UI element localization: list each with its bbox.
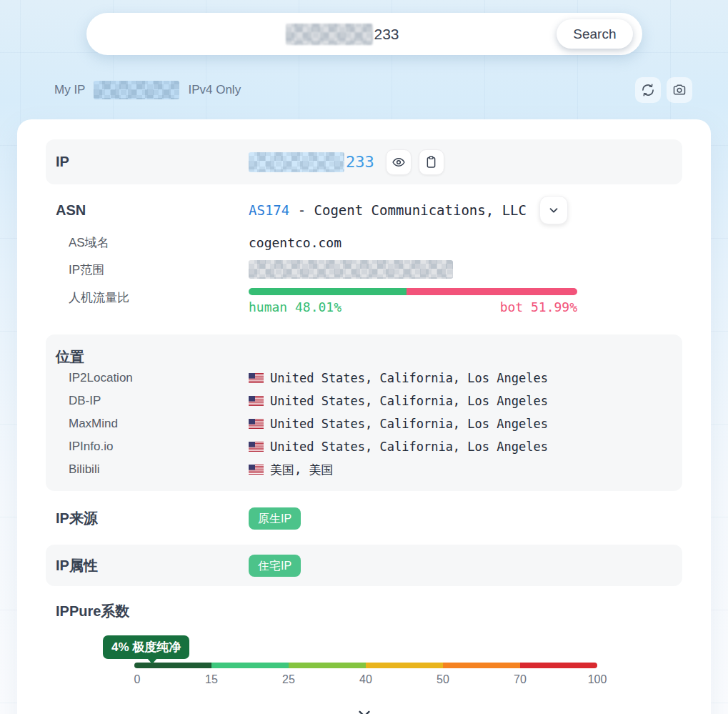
ippure-score-badge: 4% 极度纯净 [103, 635, 189, 659]
traffic-bar [249, 288, 577, 295]
us-flag-icon [249, 419, 264, 429]
refresh-icon [641, 83, 655, 97]
scale-segment [134, 663, 211, 668]
myip-label: My IP [54, 83, 85, 97]
score-pointer [147, 658, 157, 664]
search-input[interactable]: 233 Search [86, 13, 642, 55]
asn-expand-button[interactable] [539, 196, 568, 224]
us-flag-icon [249, 373, 264, 383]
ip-attribute-row: IP属性 住宅IP [46, 545, 682, 586]
us-flag-icon [249, 396, 264, 406]
traffic-ratio-row: 人机流量比 human 48.01% bot 51.99% [56, 288, 672, 314]
scale-ticks: 0 15 25 40 50 70 100 [134, 673, 597, 690]
chevron-down-icon [355, 706, 374, 714]
native-ip-badge: 原生IP [249, 507, 301, 530]
as-domain-label: AS域名 [69, 234, 249, 251]
screenshot-button[interactable] [667, 77, 692, 103]
asn-section: ASN AS174 - Cogent Communications, LLC A… [46, 184, 682, 326]
ip-range-label: IP范围 [69, 262, 249, 278]
result-card: IP 233 [17, 119, 711, 714]
tick-label: 15 [205, 673, 218, 686]
location-source-label: IPInfo.io [69, 440, 249, 454]
location-section: 位置 IP2Location United States, California… [46, 334, 682, 491]
location-value: United States, California, Los Angeles [270, 394, 548, 408]
expand-more-button[interactable] [46, 706, 682, 714]
tick-label: 0 [134, 673, 140, 686]
as-domain-value: cogentco.com [249, 235, 341, 250]
copy-ip-button[interactable] [419, 149, 444, 175]
location-value: United States, California, Los Angeles [270, 440, 548, 454]
as-domain-row: AS域名 cogentco.com [56, 234, 672, 251]
us-flag-icon [249, 465, 264, 475]
location-value: United States, California, Los Angeles [270, 417, 548, 431]
ipv4-only-label: IPv4 Only [188, 83, 241, 97]
ip-source-label: IP来源 [56, 509, 249, 528]
asn-org: Cogent Communications, LLC [314, 202, 527, 218]
ippure-score-label: 4% 极度纯净 [111, 640, 181, 654]
tick-label: 100 [588, 673, 607, 686]
asn-separator: - [289, 202, 314, 218]
search-ip-suffix: 233 [374, 26, 399, 43]
location-row: Bilibili 美国, 美国 [56, 458, 672, 481]
search-value: 233 [286, 24, 399, 45]
residential-ip-badge: 住宅IP [249, 555, 301, 577]
tick-label: 40 [359, 673, 372, 686]
scale-segment [520, 663, 597, 668]
eye-icon [392, 155, 406, 169]
location-source-label: Bilibili [69, 462, 249, 477]
toggle-visibility-button[interactable] [386, 149, 412, 175]
location-row: MaxMind United States, California, Los A… [56, 412, 672, 435]
myip-bar: My IP IPv4 Only [54, 76, 692, 104]
location-value: 美国, 美国 [270, 462, 333, 478]
search-button[interactable]: Search [557, 19, 632, 49]
ip-row: IP 233 [46, 139, 682, 184]
ip-attribute-label: IP属性 [56, 556, 249, 575]
refresh-button[interactable] [635, 77, 661, 103]
asn-link[interactable]: AS174 [249, 202, 289, 218]
location-title: 位置 [56, 349, 84, 365]
location-row: DB-IP United States, California, Los Ang… [56, 390, 672, 412]
human-bar-segment [249, 288, 407, 295]
masked-search-ip [286, 24, 373, 45]
scale-segment [366, 663, 443, 668]
scale-segment [289, 663, 366, 668]
location-source-label: IP2Location [69, 371, 249, 385]
masked-ip-value [249, 152, 344, 172]
location-row: IPInfo.io United States, California, Los… [56, 435, 672, 458]
us-flag-icon [249, 442, 264, 452]
camera-icon [672, 83, 687, 97]
scale-segment [211, 663, 289, 668]
asn-label: ASN [56, 202, 249, 219]
tick-label: 50 [437, 673, 449, 686]
ippure-section: IPPure系数 4% 极度纯净 0 15 25 40 50 70 [46, 595, 682, 690]
ip-value-suffix: 233 [346, 153, 374, 171]
tick-label: 25 [282, 673, 295, 686]
bot-bar-segment [407, 288, 577, 295]
location-source-label: MaxMind [69, 417, 249, 431]
tick-label: 70 [514, 673, 527, 686]
ippure-gradient-bar [134, 663, 597, 668]
location-value: United States, California, Los Angeles [270, 371, 548, 385]
ippure-scale: 4% 极度纯净 0 15 25 40 50 70 100 [134, 633, 597, 690]
masked-myip [94, 81, 179, 99]
ip-source-row: IP来源 原生IP [46, 500, 682, 537]
masked-ip-range [249, 260, 453, 279]
traffic-ratio-label: 人机流量比 [69, 288, 249, 306]
bot-pct-label: bot 51.99% [500, 299, 577, 314]
location-source-label: DB-IP [69, 394, 249, 408]
clipboard-icon [424, 155, 438, 169]
ip-range-row: IP范围 [56, 260, 672, 279]
ippure-title: IPPure系数 [56, 602, 249, 621]
ip-label: IP [56, 154, 249, 170]
location-row: IP2Location United States, California, L… [56, 367, 672, 390]
chevron-down-icon [547, 204, 560, 217]
scale-segment [443, 663, 520, 668]
human-pct-label: human 48.01% [249, 299, 341, 314]
